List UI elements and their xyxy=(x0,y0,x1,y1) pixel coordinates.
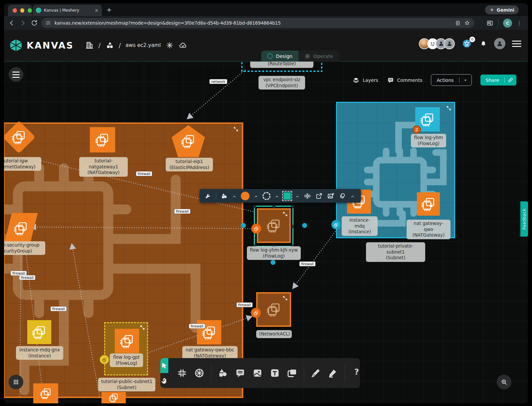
actions-button[interactable]: Actions xyxy=(431,74,471,86)
label-vpcendpoint[interactable]: vpc endpoint-slz(VPCEndpoint) xyxy=(259,76,305,90)
copy-link-icon[interactable] xyxy=(504,77,516,83)
shapes-tool-icon[interactable] xyxy=(217,367,229,379)
label-natgateway-qwo[interactable]: nat gateway-qwo(NATGateway) xyxy=(407,220,450,239)
grid-view-button[interactable] xyxy=(9,375,23,389)
app-menu-icon[interactable] xyxy=(512,41,521,47)
chevron-up-icon[interactable] xyxy=(232,194,237,198)
label-flowlog-selected[interactable]: flow log-yhm-kjh-xyw(FlowLog) xyxy=(247,246,301,260)
configure-tool-icon[interactable] xyxy=(204,192,212,200)
node-partial-bottom-2[interactable] xyxy=(101,392,126,403)
site-settings-icon[interactable] xyxy=(45,20,51,26)
browser-menu-icon[interactable]: ⋮ xyxy=(517,20,522,26)
collapse-icon[interactable] xyxy=(140,325,145,330)
chevron-up-icon[interactable] xyxy=(254,194,258,198)
shape-picker-icon[interactable] xyxy=(221,192,228,200)
edge-handle-right[interactable] xyxy=(302,223,307,228)
design-config-icon[interactable] xyxy=(165,41,174,50)
label-natgateway-qwo-bbc[interactable]: nat gateway-qwo-bbc(NATGateway) xyxy=(182,346,238,360)
chevron-up-icon[interactable] xyxy=(295,194,299,198)
chevron-up-icon[interactable] xyxy=(275,194,279,198)
url-field[interactable]: kanvas.new/extension/meshmap?mode=design… xyxy=(41,18,474,28)
collapse-icon[interactable] xyxy=(446,105,451,111)
image-tool-icon[interactable] xyxy=(252,367,263,379)
label-public-subnet[interactable]: tutorial-public-subnet1(Subnet) xyxy=(98,378,155,391)
user-avatar[interactable] xyxy=(494,38,505,49)
collaborator-avatar[interactable] xyxy=(444,38,455,49)
sticky-note-tool-icon[interactable] xyxy=(286,367,298,379)
save-icon[interactable] xyxy=(455,20,461,26)
label-eip1[interactable]: tutorial-eip1(ElasticIPAddress) xyxy=(166,158,213,171)
freehand-tool-icon[interactable] xyxy=(327,367,339,379)
design-file-name[interactable]: aws ec2.yaml xyxy=(125,42,161,48)
kubernetes-context-button[interactable]: 0 xyxy=(461,38,473,49)
tab-design[interactable]: Design xyxy=(261,51,298,62)
node-nat-gateway1[interactable] xyxy=(90,127,115,152)
components-tool-icon[interactable] xyxy=(176,367,188,379)
label-instance-mdq-gnx[interactable]: instance-mdq-gnx(Instance) xyxy=(16,346,63,360)
border-style-picker[interactable] xyxy=(263,192,270,200)
browser-tab[interactable]: Kanvas | Meshery × xyxy=(33,5,102,16)
bookmark-star-icon[interactable] xyxy=(464,20,470,26)
label-flowlog-yhm[interactable]: flow log-yhm(FlowLog) xyxy=(411,134,446,147)
comment-tool-icon[interactable] xyxy=(235,367,246,379)
actions-dropdown-icon[interactable] xyxy=(459,78,471,83)
open-in-new-icon[interactable] xyxy=(315,192,323,200)
networkacl-badge[interactable] xyxy=(251,308,261,318)
minimize-window-button[interactable] xyxy=(20,8,25,13)
node-instance-mdq-gnx[interactable] xyxy=(27,320,51,344)
node-partial-bottom-1[interactable] xyxy=(33,383,58,403)
maximize-window-button[interactable] xyxy=(28,8,32,13)
fill-color-swatch[interactable] xyxy=(241,192,250,200)
subnet-port-handle[interactable] xyxy=(331,220,341,229)
collapse-icon[interactable] xyxy=(282,211,288,217)
flowlog-badge[interactable] xyxy=(251,224,261,234)
zoom-button[interactable] xyxy=(497,375,511,389)
tab-operate[interactable]: Operate xyxy=(298,51,339,62)
pen-tool-icon[interactable] xyxy=(310,367,321,379)
new-tab-button[interactable]: + xyxy=(106,6,112,13)
chevron-up-icon[interactable] xyxy=(350,194,355,198)
rename-icon[interactable] xyxy=(304,192,311,200)
edge-handle-bottom[interactable] xyxy=(270,260,275,265)
help-button[interactable]: ? xyxy=(351,367,362,379)
share-button[interactable]: Share xyxy=(480,75,516,86)
forward-icon[interactable] xyxy=(19,19,27,27)
feedback-tab[interactable]: Feedback xyxy=(520,201,528,237)
label-igw[interactable]: tutorial-igw(InternetGateway) xyxy=(4,157,41,171)
canvas-menu-button[interactable] xyxy=(9,67,23,82)
close-tab-icon[interactable]: × xyxy=(94,8,98,13)
label-flowlog-gpt[interactable]: flow log-gpt(FlowLog) xyxy=(110,353,143,367)
comments-button[interactable]: Comments xyxy=(387,77,423,84)
node-flowlog-yhm-kjh-xyw[interactable] xyxy=(257,208,291,243)
design-canvas[interactable]: Layers Comments Actions Share xyxy=(4,62,528,403)
notifications-bell-icon[interactable] xyxy=(479,40,487,48)
collapse-icon[interactable] xyxy=(282,296,288,301)
collapse-icon[interactable] xyxy=(233,126,239,132)
workspace-icon[interactable] xyxy=(105,41,114,50)
label-natgateway1[interactable]: tutorial-natgateway1(NATGateway) xyxy=(79,157,128,177)
label-routetable[interactable]: (RouteTable) xyxy=(250,62,313,68)
layers-button[interactable]: Layers xyxy=(352,77,378,84)
label-instance-mdq[interactable]: instance-mdq(Instance) xyxy=(342,216,378,236)
text-tool-icon[interactable] xyxy=(269,367,280,379)
edge-handle-left[interactable] xyxy=(241,223,246,228)
label-security-group[interactable]: tutorial-security-group(SecurityGroup) xyxy=(4,241,45,255)
node-nat-gateway-qwo[interactable] xyxy=(417,192,440,216)
pan-tool-button[interactable] xyxy=(160,373,168,388)
label-private-subnet[interactable]: tutorial-private-subnet1(Subnet) xyxy=(366,242,425,262)
layer-order-icon[interactable] xyxy=(339,192,346,200)
reload-icon[interactable] xyxy=(31,19,38,27)
close-window-button[interactable] xyxy=(13,8,17,13)
add-image-icon[interactable] xyxy=(327,192,334,200)
back-icon[interactable] xyxy=(8,19,15,27)
side-panel-icon[interactable] xyxy=(486,20,493,27)
gemini-button[interactable]: Gemini xyxy=(485,5,519,14)
selection-color-swatch[interactable] xyxy=(283,192,291,200)
kubernetes-tool-icon[interactable] xyxy=(194,367,205,379)
node-networkacl[interactable] xyxy=(256,292,291,327)
chrome-profile-avatar[interactable]: C xyxy=(503,19,512,28)
node-flowlog-gpt[interactable] xyxy=(115,329,139,353)
select-tool-button[interactable] xyxy=(160,358,168,373)
label-networkacl[interactable]: (NetworkACL) xyxy=(256,330,292,338)
organization-icon[interactable] xyxy=(85,41,94,50)
